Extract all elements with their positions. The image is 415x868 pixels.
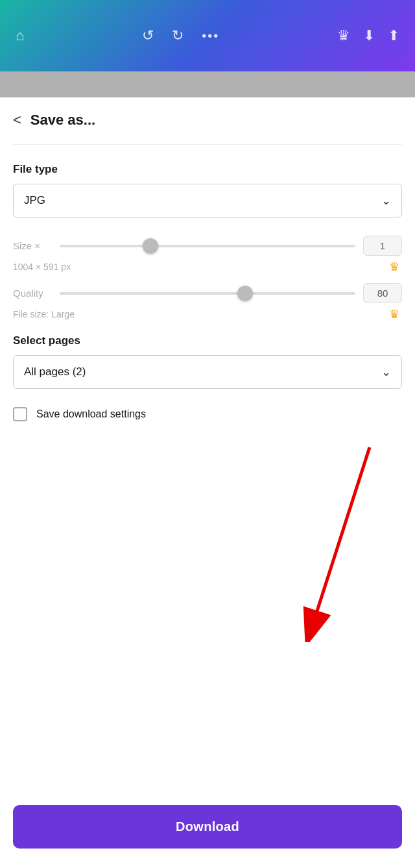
gray-stripe [0,71,415,97]
arrow-annotation [13,441,402,649]
quality-slider-track[interactable] [60,292,355,295]
redo-icon[interactable]: ↻ [172,27,184,44]
quality-slider-section: Quality 80 File size: Large ♛ [13,283,402,321]
download-nav-icon[interactable]: ⬇ [363,27,375,44]
save-settings-checkbox[interactable] [13,407,27,421]
red-arrow-icon [272,441,389,642]
file-size-label: File size: Large [13,309,75,319]
file-size-info: File size: Large ♛ [13,307,402,321]
download-button[interactable]: Download [13,805,402,849]
back-button[interactable]: < [13,112,21,129]
size-crown-icon: ♛ [389,260,399,274]
size-dimensions: 1004 × 591 px ♛ [13,260,402,274]
file-type-value: JPG [24,194,45,207]
size-slider-track[interactable] [60,245,355,247]
share-nav-icon[interactable]: ⬆ [388,27,399,44]
file-type-label: File type [13,163,402,176]
more-icon[interactable]: ••• [202,29,219,43]
quality-input[interactable]: 80 [363,283,402,303]
nav-right: ♛ ⬇ ⬆ [337,27,399,44]
download-btn-wrapper: Download [0,795,415,868]
pages-chevron-icon: ⌄ [381,365,391,379]
save-settings-row: Save download settings [13,407,402,421]
quality-label: Quality [13,288,52,299]
save-settings-label: Save download settings [36,408,146,420]
size-input[interactable]: 1 [363,236,402,256]
nav-center: ↺ ↻ ••• [142,27,219,44]
save-as-panel: < Save as... File type JPG ⌄ Size × 1 10… [0,97,415,795]
home-icon[interactable]: ⌂ [16,27,24,44]
svg-line-1 [311,447,370,629]
select-pages-section: Select pages All pages (2) ⌄ [13,334,402,389]
file-type-dropdown[interactable]: JPG ⌄ [13,184,402,217]
file-type-chevron-icon: ⌄ [381,193,391,208]
select-pages-label: Select pages [13,334,402,347]
size-label: Size × [13,240,52,251]
panel-title: Save as... [30,112,95,129]
pages-dropdown-value: All pages (2) [24,366,86,378]
quality-slider-thumb[interactable] [237,286,253,301]
size-slider-section: Size × 1 1004 × 591 px ♛ [13,236,402,274]
size-slider-thumb[interactable] [143,238,158,254]
panel-header: < Save as... [13,97,402,145]
pages-dropdown[interactable]: All pages (2) ⌄ [13,355,402,389]
top-navigation: ⌂ ↺ ↻ ••• ♛ ⬇ ⬆ [0,0,415,71]
size-slider-row: Size × 1 [13,236,402,256]
undo-icon[interactable]: ↺ [142,27,154,44]
quality-crown-icon: ♛ [389,307,399,321]
quality-slider-row: Quality 80 [13,283,402,303]
dimensions-label: 1004 × 591 px [13,262,71,272]
crown-nav-icon[interactable]: ♛ [337,27,350,44]
